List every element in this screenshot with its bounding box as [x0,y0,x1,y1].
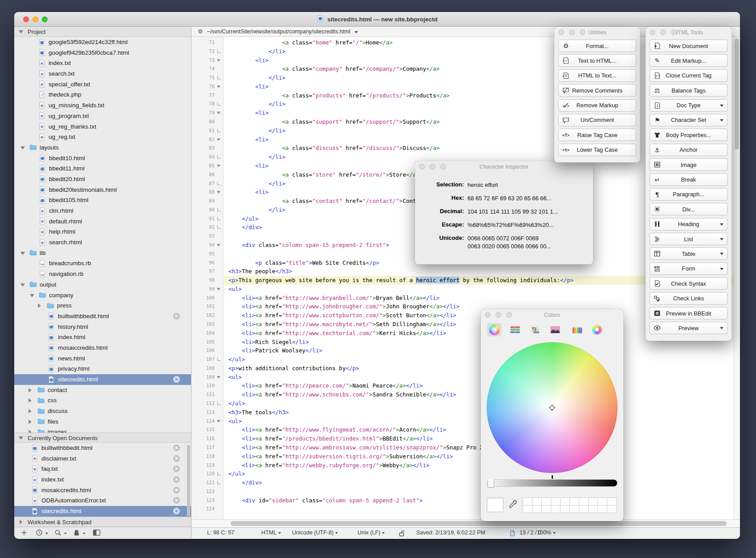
list-button[interactable]: List [650,233,728,245]
tab-color-crayons[interactable] [590,323,604,336]
color-swatch[interactable] [607,505,616,513]
code-line[interactable]: 120</ul> [191,469,740,478]
code-line[interactable]: 116 <li><a href="/products/bbedit/index.… [191,434,740,443]
sidebar-item-navigation-rb[interactable]: rbnavigation.rb [14,269,191,279]
sidebar-item-odbautomationerror-txt[interactable]: ODBAutomationError.txt✕ [14,495,191,506]
clock-icon[interactable] [36,529,45,537]
sidebar-item-special-offer-txt[interactable]: special_offer.txt [14,79,191,90]
unlocked-lock-icon[interactable] [399,530,405,538]
chevron-down-icon[interactable] [83,533,85,534]
sidebar-item-sitecredits-html[interactable]: sitecredits.html✕ [14,506,191,517]
code-line[interactable]: 113<h3>The tools</h3> [191,408,740,417]
close-icon[interactable] [558,29,564,35]
new-document-button[interactable]: New Document [650,40,728,52]
div-button[interactable]: Div... [650,203,728,215]
un-comment-button[interactable]: !--Un/Comment [558,114,636,126]
color-swatch[interactable] [542,498,551,505]
color-swatch[interactable] [579,498,588,505]
sidebar-folder-company[interactable]: company [14,290,191,301]
tab-color-image[interactable] [548,323,562,336]
close-document-icon[interactable]: ✕ [173,465,180,472]
check-links-button[interactable]: Check Links [650,292,728,305]
sidebar-item-index-txt[interactable]: index.txt [14,58,191,69]
tab-color-sliders[interactable] [508,323,522,336]
sidebar-scrollbar[interactable] [187,445,190,516]
sidebar-item-sitecredits-html[interactable]: sitecredits.html✕ [14,374,191,385]
minimize-icon[interactable] [660,29,666,35]
disclosure-triangle-icon[interactable] [20,520,23,524]
chevron-down-icon[interactable] [45,533,48,534]
sidebar-item-bbedit105-html[interactable]: bbedit105.html [14,195,191,206]
sidebar-folder-lib[interactable]: lib [14,248,191,259]
sidebar-item-bbedit11-html[interactable]: bbedit11.html [14,163,191,174]
disclosure-triangle-icon[interactable] [19,437,23,440]
code-line[interactable]: 112</ul> [191,399,740,408]
sidebar-folder-files[interactable]: files [14,416,191,427]
zoom-icon[interactable] [506,312,512,318]
fold-open-icon[interactable] [217,420,220,423]
break-button[interactable]: ↵Break [650,174,728,186]
code-line[interactable]: 124 [191,505,740,514]
doc-type-button[interactable]: !Doc Type [650,99,728,112]
sidebar-folder-press[interactable]: press [14,300,191,311]
window-buttons[interactable] [485,312,512,318]
close-icon[interactable] [485,312,491,318]
minimize-icon[interactable] [496,312,501,318]
sidebar-item-builtwithbbedit-html[interactable]: builtwithbbedit.html✕ [14,443,191,453]
status-zoom[interactable]: 100% [537,530,556,536]
fold-open-icon[interactable] [217,85,220,88]
balance-tags-button[interactable]: ⚖Balance Tags [650,84,728,97]
image-button[interactable]: Image [650,158,728,171]
color-swatch[interactable] [607,498,616,505]
sidebar-item-search-txt[interactable]: search.txt [14,69,191,79]
sidebar-item-index-html[interactable]: index.html [14,332,191,343]
sidebar-item-thedeck-php[interactable]: thedeck.php [14,89,191,100]
sidebar-item-disclaimer-txt[interactable]: disclaimer.txt✕ [14,453,191,464]
sidebar-item-googlef9429b235f0cbca7-html[interactable]: googlef9429b235f0cbca7.html [14,48,191,58]
fold-open-icon[interactable] [217,288,220,291]
close-document-icon[interactable]: ✕ [173,476,180,483]
disclosure-triangle-icon[interactable] [28,398,32,403]
table-button[interactable]: Table [650,247,728,260]
form-button[interactable]: Form [650,263,728,275]
sidebar-item-ug-missing-fields-txt[interactable]: ug_missing_fields.txt [14,100,191,111]
sidebar-item-default-rhtml[interactable]: default.rhtml [14,216,191,227]
color-swatch[interactable] [561,505,569,513]
sidebar-item-bbedit10-html[interactable]: bbedit10.html [14,153,191,164]
window-buttons[interactable] [419,164,446,170]
preview-in-bbedit-button[interactable]: Preview in BBEdit [650,307,728,319]
sidebar-folder-contact[interactable]: contact [14,385,191,396]
window-buttons[interactable] [558,29,585,35]
character-inspector-titlebar[interactable]: Character Inspector [415,161,593,172]
close-document-icon[interactable]: ✕ [173,445,180,451]
horizontal-scrollbar[interactable] [191,519,740,527]
raise-tag-case-button[interactable]: <T>Raise Tag Case [558,129,636,141]
status-language[interactable]: HTML [261,530,281,536]
color-wheel[interactable] [487,342,618,473]
color-swatch[interactable] [542,505,551,513]
remove-comments-button[interactable]: Remove Comments [558,84,636,97]
sidebar-item-help-rhtml[interactable]: help.rhtml [14,226,191,237]
code-line[interactable]: 117 <li><a href="http://www.ambrosiasw.c… [191,443,740,452]
fold-open-icon[interactable] [217,138,220,141]
sidebar-item-privacy-html[interactable]: privacy.html [14,364,191,374]
close-current-tag-button[interactable]: </Close Current Tag [650,69,728,82]
sidebar-item-index-txt[interactable]: index.txt✕ [14,474,191,485]
color-swatch[interactable] [598,498,607,505]
ink-icon[interactable] [73,529,82,537]
close-icon[interactable] [419,164,425,170]
html-tools-titlebar[interactable]: HTML Tools [646,27,732,38]
anchor-button[interactable]: ⚓Anchor [650,144,728,156]
magnifier-icon[interactable] [54,529,63,537]
zoom-icon[interactable] [440,164,446,170]
close-document-icon[interactable]: ✕ [173,487,180,493]
code-line[interactable]: 118 <li><a href="http://subversion.tigri… [191,452,740,461]
disclosure-triangle-icon[interactable] [28,420,32,424]
sidebar-folder-css[interactable]: css [14,395,191,406]
sidebar-item-search-rhtml[interactable]: search.rhtml [14,237,191,248]
zoom-icon[interactable] [671,29,677,35]
color-swatch[interactable] [523,505,532,513]
disclosure-triangle-icon[interactable] [28,388,32,392]
tab-color-pencils[interactable] [570,323,584,336]
open-documents-section-header[interactable]: Currently Open Documents [14,433,191,443]
